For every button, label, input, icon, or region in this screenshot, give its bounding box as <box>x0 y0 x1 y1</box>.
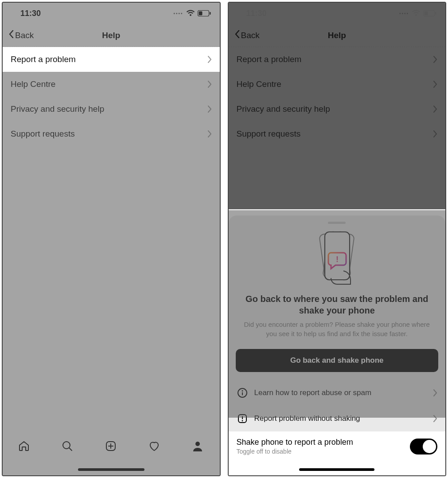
row-support-requests[interactable]: Support requests <box>3 121 220 146</box>
home-indicator <box>299 468 374 471</box>
optrow-label: Learn how to report abuse or spam <box>254 388 372 397</box>
page-title: Help <box>229 31 446 40</box>
status-time: 11:30 <box>246 9 267 18</box>
toggle-title: Shake phone to report a problem <box>237 438 353 447</box>
svg-rect-2 <box>210 12 211 15</box>
nav-header: Back Help <box>3 24 220 47</box>
tab-bar <box>3 434 220 475</box>
svg-point-5 <box>195 442 200 446</box>
status-time: 11:30 <box>20 9 41 18</box>
chevron-right-icon <box>207 56 212 63</box>
back-label: Back <box>241 31 260 40</box>
svg-rect-7 <box>425 12 428 16</box>
svg-point-14 <box>242 390 243 392</box>
row-help-centre[interactable]: Help Centre <box>229 72 446 97</box>
go-back-shake-button[interactable]: Go back and shake phone <box>236 349 439 372</box>
back-button[interactable]: Back <box>9 30 34 40</box>
cellular-dots-icon: •••• <box>173 11 183 16</box>
primary-button-label: Go back and shake phone <box>290 356 384 364</box>
cellular-dots-icon: •••• <box>399 11 409 16</box>
chevron-right-icon <box>433 130 437 137</box>
row-label: Report a problem <box>237 55 302 64</box>
shake-phone-illustration: ! <box>229 228 446 286</box>
phone-left: 11:30 •••• Back Help Report a probl <box>2 2 221 476</box>
row-shake-toggle: Shake phone to report a problem Toggle o… <box>229 431 446 463</box>
info-icon <box>237 387 248 399</box>
row-label: Help Centre <box>237 79 281 89</box>
heart-icon[interactable] <box>148 440 161 453</box>
chevron-right-icon <box>207 106 212 113</box>
row-label: Privacy and security help <box>11 104 104 114</box>
svg-rect-17 <box>242 416 243 419</box>
row-label: Help Centre <box>11 79 55 89</box>
svg-rect-8 <box>435 12 436 15</box>
status-bar: 11:30 •••• <box>3 3 220 24</box>
search-icon[interactable] <box>61 440 74 453</box>
row-report-problem[interactable]: Report a problem <box>229 47 446 72</box>
svg-rect-15 <box>242 392 243 396</box>
row-privacy-security[interactable]: Privacy and security help <box>3 97 220 121</box>
chevron-right-icon <box>207 130 212 137</box>
row-label: Support requests <box>237 129 301 139</box>
chevron-right-icon <box>433 415 437 422</box>
switch-knob <box>423 440 436 453</box>
chevron-right-icon <box>433 106 437 113</box>
battery-icon <box>423 10 436 16</box>
chevron-right-icon <box>433 81 437 88</box>
row-report-without-shaking[interactable]: Report problem without shaking <box>229 406 446 431</box>
svg-rect-1 <box>199 12 202 16</box>
sheet-grabber[interactable] <box>328 222 346 224</box>
chevron-right-icon <box>433 389 437 396</box>
row-report-problem[interactable]: Report a problem <box>3 47 220 72</box>
back-label: Back <box>15 31 34 40</box>
create-icon[interactable] <box>105 440 118 453</box>
row-help-centre[interactable]: Help Centre <box>3 72 220 97</box>
back-button[interactable]: Back <box>235 30 260 40</box>
row-label: Privacy and security help <box>237 104 330 114</box>
home-indicator <box>78 468 144 471</box>
page-title: Help <box>3 31 220 40</box>
home-icon[interactable] <box>18 440 31 453</box>
nav-header: Back Help <box>229 24 446 47</box>
wifi-icon <box>186 10 195 17</box>
alert-square-icon <box>237 413 248 424</box>
row-label: Support requests <box>11 129 75 139</box>
wifi-icon <box>412 10 421 17</box>
shake-toggle-switch[interactable] <box>410 439 437 454</box>
chevron-left-icon <box>235 30 240 40</box>
chevron-left-icon <box>9 30 14 40</box>
svg-point-18 <box>242 420 243 422</box>
row-learn-abuse[interactable]: Learn how to report abuse or spam <box>229 380 446 406</box>
row-support-requests[interactable]: Support requests <box>229 121 446 146</box>
profile-icon[interactable] <box>191 440 205 453</box>
chevron-right-icon <box>433 56 437 63</box>
sheet-subtext: Did you encounter a problem? Please shak… <box>229 316 446 345</box>
row-label: Report a problem <box>11 55 76 64</box>
optrow-label: Report problem without shaking <box>254 414 360 423</box>
svg-text:!: ! <box>336 255 339 264</box>
toggle-subtitle: Toggle off to disable <box>237 448 353 455</box>
row-privacy-security[interactable]: Privacy and security help <box>229 97 446 121</box>
phone-right: 11:30 •••• Back Help Report a probl <box>228 2 447 476</box>
sheet-heading: Go back to where you saw the problem and… <box>229 293 446 316</box>
battery-icon <box>198 10 211 16</box>
chevron-right-icon <box>207 81 212 88</box>
status-bar: 11:30 •••• <box>229 3 446 24</box>
report-sheet: ! Go back to where you saw the problem a… <box>229 215 446 475</box>
